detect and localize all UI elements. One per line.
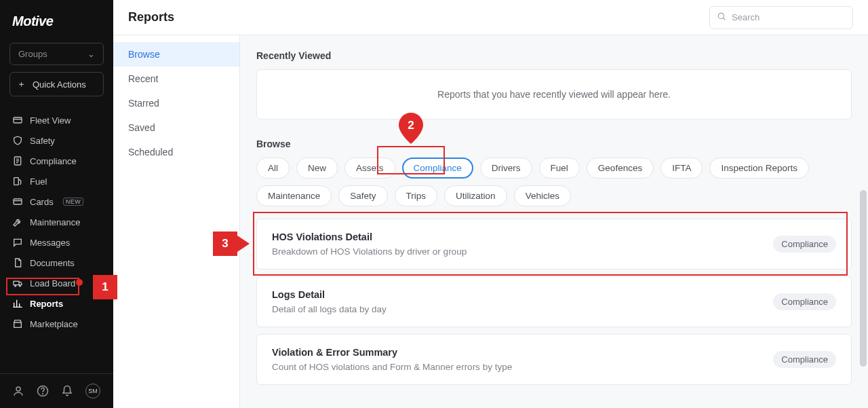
report-tag: Compliance — [773, 236, 836, 253]
sidebar-item-label: Reports — [30, 299, 63, 309]
chip-drivers[interactable]: Drivers — [480, 157, 532, 179]
sidebar-nav: Fleet ViewSafetyComplianceFuelCardsNEWMa… — [0, 107, 113, 373]
sidebar-item-load-board[interactable]: Load Board — [0, 273, 113, 293]
svg-point-9 — [43, 394, 43, 394]
help-icon[interactable] — [37, 385, 49, 397]
sidebar-item-safety[interactable]: Safety — [0, 130, 113, 151]
sidebar-item-fuel[interactable]: Fuel — [0, 171, 113, 191]
sidebar: Motive Groups ⌄ ＋ Quick Actions Fleet Vi… — [0, 0, 113, 408]
report-row[interactable]: Logs DetailDetail of all logs data by da… — [256, 276, 852, 327]
chip-assets[interactable]: Assets — [344, 157, 395, 179]
groups-dropdown[interactable]: Groups ⌄ — [9, 43, 104, 65]
sidebar-item-label: Maintenance — [30, 217, 80, 227]
svg-rect-0 — [14, 117, 22, 123]
fleet-icon — [12, 115, 23, 126]
shield-icon — [12, 135, 23, 146]
fuel-icon — [12, 176, 23, 187]
chip-safety[interactable]: Safety — [338, 185, 387, 206]
doc-icon — [12, 155, 23, 166]
chip-fuel[interactable]: Fuel — [539, 157, 580, 179]
user-icon[interactable] — [12, 385, 24, 397]
subnav: BrowseRecentStarredSavedScheduled — [113, 35, 240, 408]
sidebar-footer: SM — [0, 373, 113, 408]
chip-inspection-reports[interactable]: Inspection Reports — [709, 157, 809, 179]
search-input[interactable]: Search — [709, 6, 853, 29]
chip-vehicles[interactable]: Vehicles — [514, 185, 571, 206]
notification-dot — [76, 279, 83, 286]
search-icon — [717, 12, 726, 23]
sidebar-item-compliance[interactable]: Compliance — [0, 151, 113, 171]
subnav-item-starred[interactable]: Starred — [113, 91, 239, 115]
panel: Recently Viewed Reports that you have re… — [240, 35, 868, 408]
subnav-item-scheduled[interactable]: Scheduled — [113, 140, 239, 164]
chip-compliance[interactable]: Compliance — [402, 157, 473, 179]
wrench-icon — [12, 217, 23, 227]
plus-icon: ＋ — [17, 78, 26, 90]
subnav-item-recent[interactable]: Recent — [113, 67, 239, 91]
recent-section-title: Recently Viewed — [256, 50, 852, 61]
groups-label: Groups — [18, 49, 47, 59]
load-icon — [12, 278, 23, 289]
recent-empty-text: Reports that you have recently viewed wi… — [437, 89, 671, 100]
category-chips: AllNewAssetsComplianceDriversFuelGeofenc… — [256, 157, 852, 206]
search-placeholder: Search — [732, 12, 760, 22]
report-desc: Detail of all logs data by day — [272, 304, 387, 314]
sidebar-item-label: Marketplace — [30, 319, 78, 329]
reports-list: HOS Violations DetailBreakdown of HOS Vi… — [256, 219, 852, 385]
report-tag: Compliance — [773, 351, 836, 368]
card-icon — [12, 196, 23, 207]
scrollbar[interactable] — [860, 190, 867, 367]
report-title: Violation & Error Summary — [272, 347, 512, 358]
sidebar-item-label: Cards — [30, 197, 54, 207]
sidebar-item-reports[interactable]: Reports — [0, 293, 113, 314]
avatar[interactable]: SM — [85, 384, 100, 398]
report-row[interactable]: Violation & Error SummaryCount of HOS vi… — [256, 334, 852, 385]
chip-ifta[interactable]: IFTA — [660, 157, 703, 179]
report-desc: Count of HOS violations and Form & Manne… — [272, 362, 512, 372]
svg-point-6 — [19, 285, 20, 286]
recent-empty-card: Reports that you have recently viewed wi… — [256, 69, 852, 119]
chip-geofences[interactable]: Geofences — [587, 157, 654, 179]
sidebar-item-label: Load Board — [30, 278, 75, 289]
sidebar-item-label: Fuel — [30, 177, 47, 187]
bell-icon[interactable] — [61, 385, 73, 397]
sidebar-item-label: Documents — [30, 258, 75, 268]
brand-logo: Motive — [0, 0, 113, 40]
page-title: Reports — [128, 10, 174, 24]
chip-all[interactable]: All — [256, 157, 290, 179]
quick-actions-button[interactable]: ＋ Quick Actions — [9, 72, 104, 96]
svg-point-5 — [15, 285, 16, 286]
brand-text: Motive — [12, 14, 53, 29]
svg-rect-3 — [14, 199, 22, 204]
docs-icon — [12, 257, 23, 268]
sidebar-item-cards[interactable]: CardsNEW — [0, 191, 113, 212]
sidebar-item-fleet-view[interactable]: Fleet View — [0, 110, 113, 130]
quick-actions-label: Quick Actions — [33, 79, 86, 90]
browse-section-title: Browse — [256, 138, 852, 149]
topbar: Reports Search — [113, 0, 868, 35]
report-title: HOS Violations Detail — [272, 231, 467, 242]
sidebar-item-label: Compliance — [30, 156, 77, 166]
chevron-down-icon: ⌄ — [87, 49, 95, 59]
svg-point-10 — [718, 13, 724, 18]
subnav-item-saved[interactable]: Saved — [113, 115, 239, 140]
sidebar-item-label: Fleet View — [30, 115, 71, 126]
sidebar-item-label: Messages — [30, 238, 70, 248]
report-tag: Compliance — [773, 293, 836, 310]
chip-new[interactable]: New — [296, 157, 338, 179]
report-row[interactable]: HOS Violations DetailBreakdown of HOS Vi… — [256, 219, 852, 270]
svg-rect-4 — [14, 281, 19, 284]
content: BrowseRecentStarredSavedScheduled Recent… — [113, 35, 868, 408]
msg-icon — [12, 237, 23, 248]
chip-trips[interactable]: Trips — [395, 185, 438, 206]
main: Reports Search BrowseRecentStarredSavedS… — [113, 0, 868, 408]
sidebar-item-messages[interactable]: Messages — [0, 232, 113, 253]
subnav-item-browse[interactable]: Browse — [113, 42, 239, 67]
sidebar-item-maintenance[interactable]: Maintenance — [0, 212, 113, 232]
sidebar-item-documents[interactable]: Documents — [0, 253, 113, 273]
sidebar-item-marketplace[interactable]: Marketplace — [0, 314, 113, 334]
chip-utilization[interactable]: Utilization — [444, 185, 507, 206]
market-icon — [12, 318, 23, 329]
svg-point-7 — [16, 387, 20, 391]
chip-maintenance[interactable]: Maintenance — [256, 185, 332, 206]
